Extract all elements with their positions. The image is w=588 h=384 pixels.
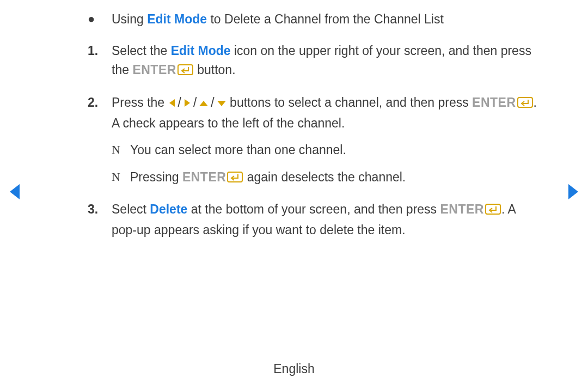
edit-mode-label: Edit Mode: [171, 44, 231, 58]
page-content: ● Using Edit Mode to Delete a Channel fr…: [84, 10, 542, 240]
note-2: N Pressing ENTER again deselects the cha…: [112, 168, 542, 188]
enter-icon: [517, 94, 534, 114]
note-marker: N: [112, 141, 130, 160]
enter-label: ENTER: [132, 63, 176, 77]
enter-label: ENTER: [440, 202, 483, 216]
text: Select the: [112, 44, 171, 58]
step-number: 2.: [84, 93, 112, 188]
bullet-item: ● Using Edit Mode to Delete a Channel fr…: [84, 10, 542, 29]
separator: /: [191, 95, 199, 109]
text: to Delete a Channel from the Channel Lis…: [207, 12, 444, 26]
step-number: 1.: [84, 41, 112, 81]
step-body: Press the /// buttons to select a channe…: [112, 93, 542, 188]
triangle-down-icon: [217, 94, 226, 113]
note-text: You can select more than one channel.: [130, 141, 542, 160]
svg-rect-1: [518, 97, 532, 107]
enter-icon: [485, 201, 501, 221]
delete-label: Delete: [150, 202, 187, 216]
text: button.: [194, 63, 236, 77]
step-2: 2. Press the /// buttons to select a cha…: [84, 93, 542, 188]
triangle-right-icon: [183, 94, 191, 113]
text: at the bottom of your screen, and then p…: [187, 202, 440, 216]
triangle-up-icon: [199, 94, 209, 113]
step-body: Select the Edit Mode icon on the upper r…: [112, 41, 542, 81]
enter-label: ENTER: [182, 170, 226, 184]
text: again deselects the channel.: [243, 170, 406, 184]
text: Using: [112, 12, 147, 26]
text: Select: [112, 202, 150, 216]
enter-icon: [177, 62, 194, 81]
text: Press the: [112, 95, 168, 109]
separator: /: [209, 95, 216, 109]
next-page-button[interactable]: [566, 183, 580, 204]
step-body: Select Delete at the bottom of your scre…: [112, 200, 542, 240]
svg-rect-0: [178, 65, 193, 75]
triangle-left-icon: [168, 94, 176, 113]
note-1: N You can select more than one channel.: [112, 141, 542, 160]
step-1: 1. Select the Edit Mode icon on the uppe…: [84, 41, 542, 81]
enter-icon: [227, 169, 243, 188]
enter-label: ENTER: [472, 95, 516, 109]
bullet-marker: ●: [84, 10, 112, 29]
step-3: 3. Select Delete at the bottom of your s…: [84, 200, 542, 240]
text: Pressing: [130, 170, 182, 184]
note-marker: N: [112, 168, 130, 188]
language-label: English: [0, 362, 588, 376]
step-number: 3.: [84, 200, 112, 240]
bullet-text: Using Edit Mode to Delete a Channel from…: [112, 10, 542, 29]
note-text: Pressing ENTER again deselects the chann…: [130, 168, 542, 188]
edit-mode-label: Edit Mode: [147, 12, 207, 26]
prev-page-button[interactable]: [8, 183, 22, 204]
separator: /: [176, 95, 183, 109]
svg-rect-2: [228, 172, 242, 182]
svg-rect-3: [486, 204, 500, 214]
text: buttons to select a channel, and then pr…: [226, 95, 472, 109]
